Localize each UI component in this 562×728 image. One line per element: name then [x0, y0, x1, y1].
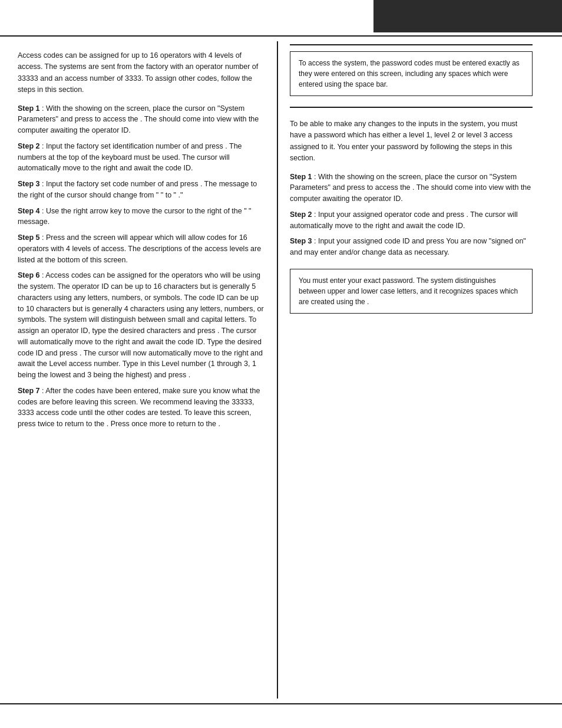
left-step3-label: Step 3	[18, 180, 40, 188]
left-step1-label: Step 1	[18, 104, 40, 113]
left-step6-label: Step 6	[18, 271, 40, 279]
right-body-text: To be able to make any changes to the in…	[290, 118, 533, 164]
right-column: To access the system, the password codes…	[277, 41, 544, 699]
left-step1-text: : With the showing on the screen, place …	[18, 104, 259, 135]
left-column: Access codes can be assigned for up to 1…	[0, 41, 277, 699]
notice-box-1: To access the system, the password codes…	[290, 51, 533, 96]
right-step3-text: : Input your assigned code ID and press …	[290, 237, 526, 256]
left-step2: Step 2 : Input the factory set identific…	[18, 141, 265, 174]
notice-box-2: You must enter your exact password. The …	[290, 269, 533, 314]
left-step7-label: Step 7	[18, 387, 40, 395]
right-step1-text: : With the showing on the screen, place …	[290, 173, 531, 203]
header-bar	[373, 0, 562, 32]
left-step7: Step 7 : After the codes have been enter…	[18, 386, 265, 430]
left-step5-text: : Press and the screen will appear which…	[18, 233, 261, 264]
right-step3-label: Step 3	[290, 237, 312, 245]
left-step4-text: : Use the right arrow key to move the cu…	[18, 207, 252, 226]
right-step1: Step 1 : With the showing on the screen,…	[290, 172, 533, 205]
intro-text: Access codes can be assigned for up to 1…	[18, 50, 265, 96]
notice2-text: You must enter your exact password. The …	[299, 276, 518, 306]
left-step7-text: : After the codes have been entered, mak…	[18, 387, 260, 428]
top-rule	[0, 35, 562, 37]
right-step1-label: Step 1	[290, 173, 312, 181]
main-content: Access codes can be assigned for up to 1…	[0, 41, 562, 699]
right-second-rule	[290, 107, 533, 108]
left-step6: Step 6 : Access codes can be assigned fo…	[18, 270, 265, 381]
bottom-rule	[0, 703, 562, 704]
left-step2-text: : Input the factory set identification n…	[18, 142, 242, 173]
right-step2-text: : Input your assigned operator code and …	[290, 210, 518, 230]
left-step5-label: Step 5	[18, 233, 40, 242]
left-step5: Step 5 : Press and the screen will appea…	[18, 232, 265, 265]
left-step2-label: Step 2	[18, 142, 40, 150]
right-step2: Step 2 : Input your assigned operator co…	[290, 209, 533, 232]
notice1-text: To access the system, the password codes…	[299, 59, 520, 88]
right-step3: Step 3 : Input your assigned code ID and…	[290, 236, 533, 258]
left-step3: Step 3 : Input the factory set code numb…	[18, 179, 265, 201]
right-step2-label: Step 2	[290, 210, 312, 219]
left-step4: Step 4 : Use the right arrow key to move…	[18, 206, 265, 228]
left-step3-text: : Input the factory set code number of a…	[18, 180, 257, 199]
left-step6-text: : Access codes can be assigned for the o…	[18, 271, 264, 379]
right-top-rule	[290, 44, 533, 45]
left-step1: Step 1 : With the showing on the screen,…	[18, 103, 265, 136]
left-step4-label: Step 4	[18, 207, 40, 215]
